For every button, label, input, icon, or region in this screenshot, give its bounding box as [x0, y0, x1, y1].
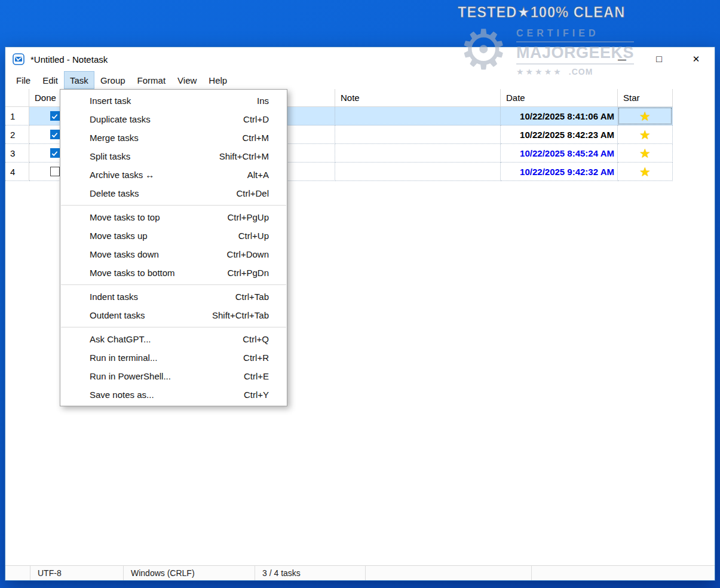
star-cell[interactable]: ★: [618, 107, 673, 125]
menu-item-shortcut: Ctrl+Del: [236, 188, 269, 198]
row-filler: [673, 107, 715, 125]
checkbox-checked[interactable]: [50, 130, 60, 139]
minimize-icon: —: [618, 54, 626, 64]
row-number: 4: [5, 163, 29, 181]
date-cell[interactable]: 10/22/2025 8:45:24 AM: [501, 144, 618, 163]
menu-item-label: Split tasks: [90, 151, 219, 161]
maximize-button[interactable]: □: [641, 47, 678, 71]
row-number: 1: [5, 107, 29, 125]
menu-item-move-tasks-up[interactable]: Move tasks upCtrl+Up: [60, 226, 287, 245]
menu-item-shortcut: Ins: [257, 96, 269, 106]
checkbox-checked[interactable]: [50, 148, 60, 158]
star-cell[interactable]: ★: [618, 163, 673, 181]
menu-item-label: Outdent tasks: [90, 310, 212, 320]
watermark-tested-text: TESTED★100% CLEAN: [458, 4, 611, 21]
menu-item-label: Run in terminal...: [90, 353, 243, 363]
menu-item-label: Move tasks up: [90, 231, 238, 241]
menu-item-shortcut: Ctrl+Y: [244, 390, 269, 400]
star-cell[interactable]: ★: [618, 125, 673, 144]
menu-item-archive-tasks[interactable]: Archive tasks ↔Alt+A: [60, 166, 287, 184]
menu-item-insert-task[interactable]: Insert taskIns: [60, 91, 287, 110]
menu-item-label: Archive tasks ↔: [90, 170, 247, 180]
row-filler: [673, 125, 715, 144]
menu-separator: [61, 284, 286, 285]
note-cell[interactable]: [335, 144, 501, 163]
menu-item-label: Insert task: [90, 96, 257, 106]
menu-edit[interactable]: Edit: [36, 71, 64, 89]
menu-item-move-tasks-to-bottom[interactable]: Move tasks to bottomCtrl+PgDn: [60, 264, 287, 282]
checkbox-unchecked[interactable]: [50, 167, 60, 176]
menu-item-shortcut: Shift+Ctrl+Tab: [212, 310, 269, 320]
status-empty-1: [365, 566, 531, 580]
header-date[interactable]: Date: [501, 89, 618, 107]
menu-item-run-in-powershell[interactable]: Run in PowerShell...Ctrl+E: [60, 367, 287, 385]
menu-item-move-tasks-to-top[interactable]: Move tasks to topCtrl+PgUp: [60, 208, 287, 226]
menu-item-shortcut: Ctrl+M: [242, 133, 269, 143]
status-spacer: [5, 566, 30, 580]
row-number: 2: [5, 125, 29, 144]
close-button[interactable]: ✕: [678, 47, 715, 71]
menu-item-label: Save notes as...: [90, 390, 244, 400]
menu-item-ask-chatgpt[interactable]: Ask ChatGPT...Ctrl+Q: [60, 330, 287, 348]
status-bar: UTF-8 Windows (CRLF) 3 / 4 tasks: [5, 565, 715, 580]
menu-separator: [61, 327, 286, 327]
menu-item-merge-tasks[interactable]: Merge tasksCtrl+M: [60, 128, 287, 147]
maximize-icon: □: [656, 54, 662, 65]
menu-item-label: Indent tasks: [90, 292, 235, 302]
menu-item-duplicate-tasks[interactable]: Duplicate tasksCtrl+D: [60, 110, 287, 128]
menu-format[interactable]: Format: [131, 71, 172, 89]
minimize-button[interactable]: —: [603, 47, 641, 71]
status-task-count: 3 / 4 tasks: [255, 566, 365, 580]
menu-item-run-in-terminal[interactable]: Run in terminal...Ctrl+R: [60, 348, 287, 367]
menu-item-shortcut: Ctrl+E: [244, 371, 269, 381]
close-icon: ✕: [693, 54, 700, 65]
row-number: 3: [5, 144, 29, 163]
menu-item-split-tasks[interactable]: Split tasksShift+Ctrl+M: [60, 147, 287, 166]
note-cell[interactable]: [335, 125, 501, 144]
menu-bar: FileEditTaskGroupFormatViewHelp: [5, 71, 715, 89]
date-cell[interactable]: 10/22/2025 8:41:06 AM: [501, 107, 618, 125]
menu-item-label: Duplicate tasks: [90, 114, 243, 124]
header-row-number: [5, 89, 29, 107]
menu-item-label: Merge tasks: [90, 133, 242, 143]
title-bar: *Untitled - Notetask —□✕: [5, 47, 715, 71]
menu-separator: [61, 205, 286, 206]
checkbox-checked[interactable]: [50, 111, 60, 121]
menu-item-delete-tasks[interactable]: Delete tasksCtrl+Del: [60, 184, 287, 203]
status-empty-2: [531, 566, 715, 580]
menu-view[interactable]: View: [171, 71, 203, 89]
menu-item-label: Ask ChatGPT...: [90, 334, 243, 344]
menu-item-move-tasks-down[interactable]: Move tasks downCtrl+Down: [60, 245, 287, 264]
menu-item-save-notes-as[interactable]: Save notes as...Ctrl+Y: [60, 385, 287, 404]
menu-task[interactable]: Task: [64, 71, 94, 89]
note-cell[interactable]: [335, 107, 501, 125]
menu-item-shortcut: Ctrl+Tab: [235, 292, 269, 302]
task-menu: Insert taskInsDuplicate tasksCtrl+DMerge…: [60, 89, 287, 406]
menu-group[interactable]: Group: [94, 71, 131, 89]
note-cell[interactable]: [335, 163, 501, 181]
menu-file[interactable]: File: [10, 71, 36, 89]
app-icon: [13, 53, 24, 65]
star-icon[interactable]: ★: [639, 128, 651, 141]
menu-item-indent-tasks[interactable]: Indent tasksCtrl+Tab: [60, 287, 287, 306]
header-note[interactable]: Note: [335, 89, 501, 107]
header-star[interactable]: Star: [618, 89, 673, 107]
menu-item-outdent-tasks[interactable]: Outdent tasksShift+Ctrl+Tab: [60, 306, 287, 324]
star-icon[interactable]: ★: [639, 147, 651, 160]
menu-help[interactable]: Help: [203, 71, 233, 89]
watermark-certified-text: CERTIFIED: [516, 28, 619, 39]
menu-item-shortcut: Ctrl+D: [243, 114, 269, 124]
menu-item-shortcut: Shift+Ctrl+M: [219, 151, 269, 161]
date-cell[interactable]: 10/22/2025 8:42:23 AM: [501, 125, 618, 144]
menu-item-label: Move tasks down: [90, 249, 227, 259]
menu-item-label: Move tasks to bottom: [90, 268, 227, 278]
header-filler: [673, 89, 715, 107]
date-cell[interactable]: 10/22/2025 9:42:32 AM: [501, 163, 618, 181]
menu-item-label: Run in PowerShell...: [90, 371, 244, 381]
window-controls: —□✕: [603, 47, 715, 71]
star-icon[interactable]: ★: [639, 166, 651, 178]
row-filler: [673, 163, 715, 181]
star-icon[interactable]: ★: [639, 110, 651, 122]
star-cell[interactable]: ★: [618, 144, 673, 163]
status-line-ending: Windows (CRLF): [123, 566, 255, 580]
